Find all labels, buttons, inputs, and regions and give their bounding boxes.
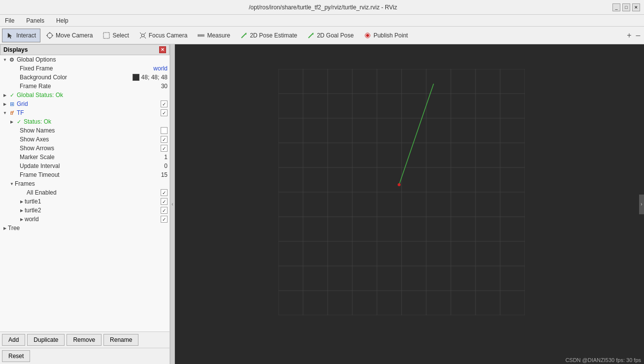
collapse-handle[interactable]: ‹ <box>170 44 175 364</box>
show-arrows-checkbox[interactable] <box>161 145 168 152</box>
update-interval-row[interactable]: Update Interval 0 <box>0 162 169 170</box>
tf-checkbox[interactable] <box>161 109 168 116</box>
show-axes-row[interactable]: Show Axes <box>0 135 169 144</box>
turtle2-checkbox[interactable] <box>161 207 168 214</box>
show-axes-checkbox[interactable] <box>161 136 168 143</box>
marker-scale-row[interactable]: Marker Scale 1 <box>0 153 169 162</box>
measure-label: Measure <box>207 32 230 39</box>
fixed-frame-value[interactable]: world <box>153 65 169 72</box>
tree-panel[interactable]: ⚙ Global Options Fixed Frame world Backg… <box>0 55 169 331</box>
world-label: world <box>25 216 161 223</box>
focus-camera-button[interactable]: Focus Camera <box>135 29 192 42</box>
measure-button[interactable]: Measure <box>193 29 235 42</box>
pose-estimate-button[interactable]: 2D Pose Estimate <box>236 29 302 42</box>
menu-panels[interactable]: Panels <box>23 16 47 25</box>
world-checkbox[interactable] <box>161 216 168 223</box>
all-enabled-row[interactable]: All Enabled <box>0 188 169 197</box>
viewport[interactable]: › CSDN @DIANZI530 fps: 30 fps <box>175 44 644 364</box>
menu-file[interactable]: File <box>2 16 17 25</box>
show-names-row[interactable]: Show Names <box>0 126 169 135</box>
reset-button[interactable]: Reset <box>2 350 30 362</box>
turtle1-checkbox[interactable] <box>161 198 168 205</box>
world-row[interactable]: world <box>0 215 169 224</box>
status-bar: CSDN @DIANZI530 fps: 30 fps <box>562 356 644 364</box>
measure-icon <box>197 32 205 39</box>
svg-marker-0 <box>8 33 12 38</box>
tf-arrow[interactable] <box>2 110 8 116</box>
frame-rate-row[interactable]: Frame Rate 30 <box>0 82 169 91</box>
global-options-arrow[interactable] <box>2 57 8 63</box>
fixed-frame-label: Fixed Frame <box>20 65 153 72</box>
turtle2-row[interactable]: turtle2 <box>0 206 169 215</box>
rename-button[interactable]: Rename <box>103 334 138 346</box>
publish-point-button[interactable]: Publish Point <box>359 29 412 42</box>
tree-arrow-item[interactable] <box>2 225 8 231</box>
frame-rate-value[interactable]: 30 <box>161 83 169 90</box>
move-camera-button[interactable]: Move Camera <box>41 29 97 42</box>
add-button[interactable]: Add <box>2 334 25 346</box>
show-axes-label: Show Axes <box>20 136 161 143</box>
update-interval-value[interactable]: 0 <box>164 163 169 169</box>
grid-checkbox[interactable] <box>161 100 168 107</box>
fixed-frame-row[interactable]: Fixed Frame world <box>0 64 169 73</box>
global-status-label: Global Status: Ok <box>17 92 169 99</box>
frame-timeout-row[interactable]: Frame Timeout 15 <box>0 170 169 179</box>
tf-status-row[interactable]: ✓ Status: Ok <box>0 117 169 126</box>
window-controls[interactable]: _ □ ✕ <box>612 3 640 11</box>
show-arrows-row[interactable]: Show Arrows <box>0 144 169 153</box>
frames-row[interactable]: Frames <box>0 179 169 188</box>
publish-point-label: Publish Point <box>373 32 408 39</box>
menu-help[interactable]: Help <box>53 16 71 25</box>
show-names-label: Show Names <box>20 127 161 134</box>
svg-point-1 <box>47 33 52 38</box>
show-names-checkbox[interactable] <box>161 127 168 134</box>
world-arrow[interactable] <box>19 216 25 222</box>
svg-line-9 <box>144 37 146 38</box>
maximize-button[interactable]: □ <box>622 3 630 11</box>
minimize-button[interactable]: _ <box>612 3 620 11</box>
update-interval-label: Update Interval <box>20 163 164 169</box>
turtle2-arrow[interactable] <box>19 207 25 213</box>
grid-icon: ⊞ <box>8 100 16 108</box>
tf-status-arrow[interactable] <box>9 119 15 125</box>
turtle2-label: turtle2 <box>25 207 161 214</box>
tf-row[interactable]: tf TF <box>0 108 169 117</box>
displays-title: Displays <box>3 46 28 53</box>
frames-arrow[interactable] <box>9 181 15 187</box>
svg-point-7 <box>141 34 144 37</box>
grid-row[interactable]: ⊞ Grid <box>0 99 169 108</box>
close-button[interactable]: ✕ <box>632 3 640 11</box>
tf-label: TF <box>17 109 161 116</box>
background-color-label: Background Color <box>20 74 133 81</box>
interact-button[interactable]: Interact <box>2 29 40 42</box>
marker-scale-value[interactable]: 1 <box>164 154 169 161</box>
select-button[interactable]: Select <box>98 29 133 42</box>
all-enabled-checkbox[interactable] <box>161 189 168 196</box>
turtle1-row[interactable]: turtle1 <box>0 197 169 206</box>
frames-label: Frames <box>15 180 169 187</box>
tree-row[interactable]: Tree <box>0 224 169 232</box>
frame-timeout-value[interactable]: 15 <box>161 171 169 178</box>
tree-label: Tree <box>8 225 169 232</box>
toolbar: Interact Move Camera Select Focus Camera… <box>0 27 644 44</box>
add-display-button[interactable]: + <box>625 32 633 39</box>
duplicate-button[interactable]: Duplicate <box>27 334 65 346</box>
global-status-arrow[interactable] <box>2 92 8 98</box>
goal-pose-button[interactable]: 2D Goal Pose <box>303 29 358 42</box>
right-collapse-handle[interactable]: › <box>639 195 644 214</box>
remove-toolbar-button[interactable]: – <box>634 32 642 39</box>
turtle1-label: turtle1 <box>25 198 161 205</box>
global-status-row[interactable]: ✓ Global Status: Ok <box>0 91 169 99</box>
background-color-swatch[interactable] <box>133 74 139 81</box>
remove-button[interactable]: Remove <box>67 334 102 346</box>
displays-close-button[interactable]: ✕ <box>159 46 166 53</box>
select-label: Select <box>112 32 129 39</box>
bottom-buttons: Add Duplicate Remove Rename <box>0 331 169 348</box>
global-options-row[interactable]: ⚙ Global Options <box>0 55 169 64</box>
window-title: /opt/ros/iron/share/turtle_tf2_py/rviz/t… <box>34 4 612 11</box>
turtle1-arrow[interactable] <box>19 199 25 204</box>
title-bar: /opt/ros/iron/share/turtle_tf2_py/rviz/t… <box>0 0 644 15</box>
background-color-row[interactable]: Background Color 48; 48; 48 <box>0 73 169 82</box>
grid-arrow[interactable] <box>2 101 8 107</box>
reset-bar: Reset <box>0 348 169 364</box>
